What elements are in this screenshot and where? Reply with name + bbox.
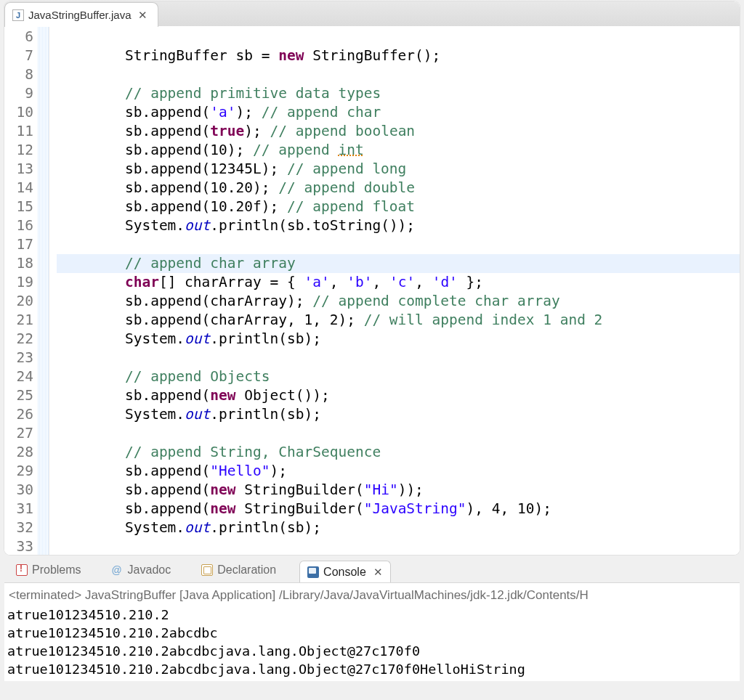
code-line[interactable] (57, 537, 740, 555)
console-line: atrue101234510.210.2abcdbcjava.lang.Obje… (7, 660, 740, 678)
editor-body: 6789101112131415161718192021222324252627… (4, 26, 740, 555)
line-number: 24 (4, 367, 33, 386)
editor-tab-title: JavaStringBuffer.java (28, 9, 131, 21)
line-number: 21 (4, 311, 33, 330)
code-line[interactable]: System.out.println(sb.toString()); (57, 216, 740, 235)
line-number: 11 (4, 122, 33, 141)
code-area[interactable]: StringBuffer sb = new StringBuffer(); //… (49, 26, 740, 555)
console-line: atrue101234510.210.2abcdbc (7, 624, 740, 642)
code-line[interactable] (57, 65, 740, 84)
line-number: 6 (4, 28, 33, 46)
console-lines: atrue101234510.210.2atrue101234510.210.2… (7, 606, 740, 678)
problems-icon (16, 564, 28, 576)
bottom-panel: Problems @ Javadoc Declaration Console ✕… (4, 558, 740, 681)
code-line[interactable]: sb.append(new StringBuilder("Hi")); (57, 481, 740, 500)
line-number-gutter: 6789101112131415161718192021222324252627… (4, 26, 38, 555)
code-line[interactable]: sb.append(10.20); // append double (57, 179, 740, 198)
close-icon[interactable]: ✕ (373, 566, 383, 579)
line-number: 12 (4, 141, 33, 160)
code-line[interactable]: sb.append(true); // append boolean (57, 122, 740, 141)
line-number: 19 (4, 273, 33, 292)
line-number: 14 (4, 179, 33, 198)
code-line[interactable] (57, 235, 740, 254)
code-line[interactable]: sb.append(charArray, 1, 2); // will appe… (57, 311, 740, 330)
tab-javadoc-label: Javadoc (128, 563, 171, 577)
code-line[interactable] (57, 28, 740, 46)
code-line[interactable]: sb.append(12345L); // append long (57, 160, 740, 179)
code-line[interactable]: // append Objects (57, 367, 740, 386)
code-line[interactable]: char[] charArray = { 'a', 'b', 'c', 'd' … (57, 273, 740, 292)
declaration-icon (201, 564, 213, 576)
code-line[interactable]: sb.append(charArray); // append complete… (57, 292, 740, 311)
tab-console[interactable]: Console ✕ (299, 561, 391, 582)
tab-console-label: Console (323, 566, 366, 579)
console-output[interactable]: <terminated> JavaStringBuffer [Java Appl… (4, 582, 740, 681)
line-number: 26 (4, 405, 33, 424)
code-line[interactable]: sb.append(new Object()); (57, 386, 740, 405)
line-number: 9 (4, 84, 33, 103)
line-number: 17 (4, 235, 33, 254)
code-line[interactable]: // append primitive data types (57, 84, 740, 103)
tab-javadoc[interactable]: @ Javadoc (105, 559, 179, 581)
line-number: 25 (4, 386, 33, 405)
line-number: 23 (4, 349, 33, 367)
line-number: 13 (4, 160, 33, 179)
tab-problems-label: Problems (32, 563, 81, 577)
line-number: 20 (4, 292, 33, 311)
line-number: 27 (4, 424, 33, 443)
code-line[interactable] (57, 424, 740, 443)
console-launch-meta: <terminated> JavaStringBuffer [Java Appl… (7, 583, 740, 606)
line-number: 22 (4, 330, 33, 349)
code-line[interactable] (57, 349, 740, 367)
tab-declaration-label: Declaration (217, 563, 276, 577)
line-number: 7 (4, 46, 33, 65)
line-number: 18 (4, 254, 33, 273)
code-line[interactable]: sb.append('a'); // append char (57, 103, 740, 122)
folding-ruler (38, 26, 49, 555)
editor-tab-javastringbuffer[interactable]: J JavaStringBuffer.java ✕ (4, 2, 158, 27)
code-line[interactable]: // append char array (57, 254, 740, 273)
line-number: 31 (4, 500, 33, 518)
code-line[interactable]: sb.append("Hello"); (57, 462, 740, 481)
tab-problems[interactable]: Problems (9, 559, 89, 581)
code-line[interactable]: sb.append(new StringBuilder("JavaString"… (57, 500, 740, 518)
code-line[interactable]: StringBuffer sb = new StringBuffer(); (57, 46, 740, 65)
console-icon (307, 566, 319, 578)
tab-declaration[interactable]: Declaration (194, 559, 283, 581)
editor-tab-bar: J JavaStringBuffer.java ✕ (4, 1, 740, 26)
line-number: 28 (4, 443, 33, 462)
line-number: 8 (4, 65, 33, 84)
code-line[interactable]: System.out.println(sb); (57, 330, 740, 349)
code-line[interactable]: // append String, CharSequence (57, 443, 740, 462)
line-number: 29 (4, 462, 33, 481)
console-line: atrue101234510.210.2 (7, 606, 740, 624)
line-number: 32 (4, 518, 33, 537)
java-file-icon: J (12, 9, 24, 21)
editor-panel: J JavaStringBuffer.java ✕ 67891011121314… (4, 1, 740, 555)
line-number: 16 (4, 216, 33, 235)
console-line: atrue101234510.210.2abcdbcjava.lang.Obje… (7, 642, 740, 660)
code-line[interactable]: sb.append(10); // append int (57, 141, 740, 160)
bottom-tab-bar: Problems @ Javadoc Declaration Console ✕ (4, 558, 740, 582)
line-number: 30 (4, 481, 33, 500)
code-line[interactable]: sb.append(10.20f); // append float (57, 198, 740, 216)
code-line[interactable]: System.out.println(sb); (57, 518, 740, 537)
code-line[interactable]: System.out.println(sb); (57, 405, 740, 424)
line-number: 33 (4, 537, 33, 555)
line-number: 15 (4, 198, 33, 216)
close-icon[interactable]: ✕ (138, 9, 147, 22)
javadoc-icon: @ (112, 564, 124, 576)
line-number: 10 (4, 103, 33, 122)
